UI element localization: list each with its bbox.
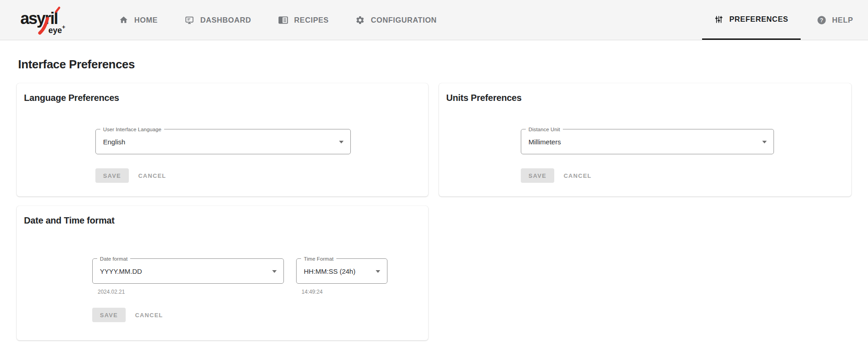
svg-text:?: ? — [820, 17, 823, 23]
nav-item-help[interactable]: ? HELP — [817, 0, 853, 40]
time-format-group: Time Format HH:MM:SS (24h) 14:49:24 — [296, 258, 387, 295]
field-label: Date format — [97, 255, 130, 262]
time-format-select[interactable]: Time Format HH:MM:SS (24h) — [296, 258, 387, 284]
save-button[interactable]: SAVE — [95, 168, 129, 183]
cancel-button[interactable]: CANCEL — [138, 168, 166, 183]
gear-icon — [355, 15, 365, 25]
nav-item-label: DASHBOARD — [200, 16, 251, 24]
date-format-group: Date format YYYY.MM.DD 2024.02.21 — [92, 258, 284, 295]
chevron-down-icon — [339, 141, 344, 143]
top-navbar: asyril eye + HOME DASHBOARD — [0, 0, 868, 40]
logo-plus: + — [62, 24, 66, 30]
nav-item-label: HELP — [832, 16, 853, 24]
distance-unit-select[interactable]: Distance Unit Millimeters — [521, 129, 774, 154]
units-preferences-card: Units Preferences Distance Unit Millimet… — [439, 83, 851, 196]
field-label: Distance Unit — [526, 126, 563, 133]
field-value: HH:MM:SS (24h) — [304, 267, 355, 275]
nav-item-label: RECIPES — [294, 16, 329, 24]
field-value: English — [103, 138, 125, 146]
button-row: SAVE CANCEL — [95, 168, 428, 183]
help-icon: ? — [817, 15, 826, 25]
time-preview: 14:49:24 — [302, 289, 387, 295]
date-format-select[interactable]: Date format YYYY.MM.DD — [92, 258, 284, 284]
nav-item-home[interactable]: HOME — [119, 0, 158, 40]
field-label: Time Format — [301, 255, 336, 262]
button-row: SAVE CANCEL — [521, 168, 851, 183]
cancel-button[interactable]: CANCEL — [135, 308, 163, 322]
field-value: YYYY.MM.DD — [100, 267, 142, 275]
cards-grid: Language Preferences User Interface Lang… — [17, 83, 868, 340]
nav-item-configuration[interactable]: CONFIGURATION — [355, 0, 437, 40]
dashboard-icon — [184, 15, 194, 25]
tune-icon — [714, 15, 723, 24]
date-time-format-card: Date and Time format Date format YYYY.MM… — [17, 206, 428, 340]
date-preview: 2024.02.21 — [98, 289, 284, 295]
cancel-button[interactable]: CANCEL — [564, 168, 592, 183]
secondary-nav: PREFERENCES ? HELP — [702, 0, 868, 40]
language-preferences-card: Language Preferences User Interface Lang… — [17, 83, 428, 196]
logo-sub-wordmark: eye — [48, 26, 62, 35]
preferences-page: Interface Preferences Language Preferenc… — [0, 57, 868, 340]
field-label: User Interface Language — [100, 126, 164, 133]
card-title: Units Preferences — [446, 92, 851, 104]
save-button[interactable]: SAVE — [521, 168, 554, 183]
logo-red-accent — [56, 8, 59, 12]
save-button[interactable]: SAVE — [92, 308, 126, 322]
asyril-eye-logo: asyril eye + — [20, 5, 88, 35]
page-title: Interface Preferences — [18, 57, 868, 71]
logo-wordmark: asyril — [20, 9, 57, 28]
nav-item-dashboard[interactable]: DASHBOARD — [184, 0, 251, 40]
ui-language-select[interactable]: User Interface Language English — [95, 129, 351, 154]
card-title: Language Preferences — [24, 92, 428, 104]
card-title: Date and Time format — [24, 215, 428, 226]
chevron-down-icon — [272, 270, 277, 273]
recipes-icon — [278, 16, 288, 24]
nav-item-label: PREFERENCES — [729, 15, 788, 24]
nav-item-label: CONFIGURATION — [371, 16, 437, 24]
field-value: Millimeters — [528, 138, 561, 146]
home-icon — [119, 15, 128, 24]
button-row: SAVE CANCEL — [92, 308, 428, 322]
chevron-down-icon — [762, 141, 767, 143]
field-row: Date format YYYY.MM.DD 2024.02.21 Time F… — [92, 258, 428, 295]
nav-item-preferences[interactable]: PREFERENCES — [702, 0, 800, 40]
nav-item-label: HOME — [134, 16, 158, 24]
chevron-down-icon — [376, 270, 380, 273]
nav-item-recipes[interactable]: RECIPES — [278, 0, 329, 40]
main-nav: HOME DASHBOARD RECIPES — [119, 0, 463, 40]
